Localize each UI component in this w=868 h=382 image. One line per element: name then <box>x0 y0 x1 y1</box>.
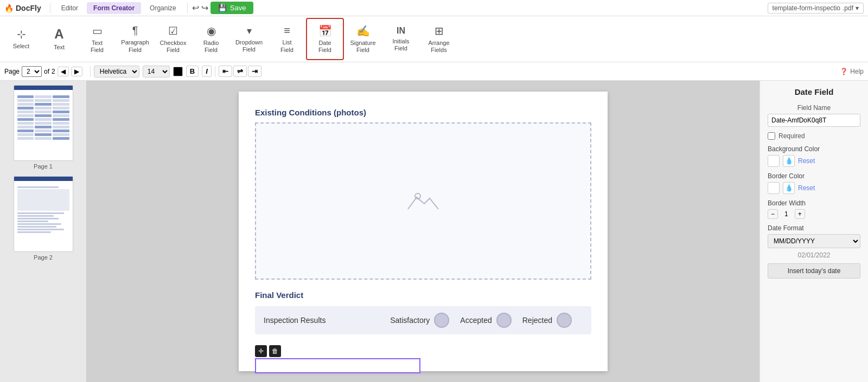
tool-dropdown-field-label: DropdownField <box>235 39 263 53</box>
border-color-reset[interactable]: Reset <box>798 184 815 192</box>
page-2-thumb[interactable]: Page 2 <box>4 176 82 261</box>
border-color-eyedropper[interactable]: 💧 <box>783 182 795 194</box>
border-width-decrease[interactable]: − <box>768 209 778 219</box>
final-verdict-title: Final Verdict <box>255 290 591 300</box>
undo-redo-group: ↩ ↪ <box>192 3 208 13</box>
tool-radio-field-label: RadioField <box>203 40 219 54</box>
save-icon: 💾 <box>218 4 227 12</box>
main-area: Page 1 Page 2 <box>0 81 868 382</box>
background-color-row: 💧 Reset <box>768 155 860 167</box>
page-total: 2 <box>52 68 55 75</box>
align-right-button[interactable]: ⇥ <box>248 66 261 77</box>
tab-form-creator[interactable]: Form Creator <box>87 2 141 14</box>
dropdown-field-icon: ▾ <box>247 25 252 37</box>
tool-initials-field[interactable]: IN InitialsField <box>382 18 420 60</box>
page-of: of <box>44 68 49 75</box>
verdict-rejected: Rejected <box>522 313 572 328</box>
tool-select[interactable]: ⊹ Select <box>2 18 40 60</box>
required-label: Required <box>778 132 805 140</box>
rejected-radio[interactable] <box>557 313 572 328</box>
page-label: Page <box>4 68 20 75</box>
tool-text-field-label: TextField <box>91 40 104 54</box>
background-color-label: Background Color <box>768 145 860 153</box>
signature-field-icon: ✍ <box>356 24 370 37</box>
satisfactory-label: Satisfactory <box>390 316 430 325</box>
save-button[interactable]: 💾 Save <box>210 2 254 14</box>
tool-text-field[interactable]: ▭ TextField <box>78 18 116 60</box>
tool-dropdown-field[interactable]: ▾ DropdownField <box>230 18 268 60</box>
tool-paragraph-field-label: ParagraphField <box>121 39 149 53</box>
page-prev-button[interactable]: ◀ <box>58 67 69 76</box>
document-page: Existing Conditions (photos) Final Verdi… <box>239 92 608 371</box>
date-field-input[interactable] <box>255 358 420 373</box>
move-field-button[interactable]: ✛ <box>255 345 267 357</box>
tool-signature-field-label: SignatureField <box>350 40 375 54</box>
photo-placeholder <box>407 187 439 215</box>
undo-button[interactable]: ↩ <box>192 3 199 13</box>
tool-date-field[interactable]: 📅 DateField <box>306 18 344 60</box>
logo-text: DocFly <box>16 4 41 12</box>
panel-title: Date Field <box>768 87 860 96</box>
delete-field-button[interactable]: 🗑 <box>269 345 281 357</box>
italic-button[interactable]: I <box>202 66 212 77</box>
border-color-swatch[interactable] <box>768 182 780 194</box>
tool-checkbox-field[interactable]: ☑ CheckboxField <box>154 18 192 60</box>
field-controls: ✛ 🗑 <box>255 345 591 357</box>
top-bar: 🔥 DocFly Editor Form Creator Organize ↩ … <box>0 0 868 16</box>
tool-paragraph-field[interactable]: ¶ ParagraphField <box>116 18 154 60</box>
satisfactory-radio[interactable] <box>434 313 449 328</box>
align-center-button[interactable]: ⇌ <box>233 66 247 77</box>
tab-editor[interactable]: Editor <box>55 2 85 14</box>
border-width-increase[interactable]: + <box>795 209 805 219</box>
tool-signature-field[interactable]: ✍ SignatureField <box>344 18 382 60</box>
font-select[interactable]: Helvetica <box>94 66 139 77</box>
tool-date-field-label: DateField <box>318 40 331 54</box>
border-width-label: Border Width <box>768 199 860 207</box>
required-checkbox[interactable] <box>768 132 775 140</box>
border-width-row: − 1 + <box>768 209 860 219</box>
field-name-input[interactable] <box>768 114 860 127</box>
save-label: Save <box>230 4 246 12</box>
bold-button[interactable]: B <box>186 66 199 77</box>
insert-today-button[interactable]: Insert today's date <box>768 263 860 279</box>
canvas-area[interactable]: Existing Conditions (photos) Final Verdi… <box>87 81 760 382</box>
page-select[interactable]: 2 1 <box>22 66 42 77</box>
tool-radio-field[interactable]: ◉ RadioField <box>192 18 230 60</box>
background-color-swatch[interactable] <box>768 155 780 167</box>
accepted-radio[interactable] <box>496 313 512 328</box>
align-left-button[interactable]: ⇤ <box>219 66 232 77</box>
help-button[interactable]: ❓ Help <box>840 68 864 75</box>
text-color-picker[interactable] <box>173 67 183 76</box>
text-icon: A <box>54 27 63 42</box>
logo: 🔥 DocFly <box>4 4 41 12</box>
chevron-down-icon: ▾ <box>856 4 859 12</box>
radio-field-icon: ◉ <box>207 24 216 37</box>
photo-placeholder-box <box>255 122 591 280</box>
tool-text[interactable]: A Text <box>40 18 78 60</box>
right-panel: Date Field Field Name Required Backgroun… <box>760 81 868 382</box>
initials-field-icon: IN <box>397 26 405 36</box>
divider-2 <box>187 3 188 13</box>
border-color-row: 💧 Reset <box>768 182 860 194</box>
redo-button[interactable]: ↪ <box>201 3 208 13</box>
inspection-results-label: Inspection Results <box>264 316 390 325</box>
format-separator-2 <box>215 66 215 77</box>
verdict-row: Inspection Results Satisfactory Accepted… <box>255 306 591 334</box>
background-color-eyedropper[interactable]: 💧 <box>783 155 795 167</box>
select-icon: ⊹ <box>17 28 26 41</box>
arrange-fields-icon: ⊞ <box>435 24 444 37</box>
date-format-select[interactable]: MM/DD/YYYY DD/MM/YYYY YYYY/MM/DD <box>768 234 860 248</box>
page-next-button[interactable]: ▶ <box>71 67 82 76</box>
font-size-select[interactable]: 14 12 16 <box>143 66 170 77</box>
verdict-accepted: Accepted <box>460 313 511 328</box>
page-2-label: Page 2 <box>34 254 53 261</box>
tab-organize[interactable]: Organize <box>143 2 183 14</box>
checkbox-field-icon: ☑ <box>168 24 178 37</box>
tool-list-field[interactable]: ≡ ListField <box>268 18 306 60</box>
background-color-reset[interactable]: Reset <box>798 157 815 165</box>
date-field-icon: 📅 <box>318 24 332 37</box>
page-1-label: Page 1 <box>34 163 53 170</box>
tool-arrange-fields[interactable]: ⊞ ArrangeFields <box>420 18 458 60</box>
page-1-thumb[interactable]: Page 1 <box>4 85 82 170</box>
tool-arrange-fields-label: ArrangeFields <box>428 40 449 54</box>
